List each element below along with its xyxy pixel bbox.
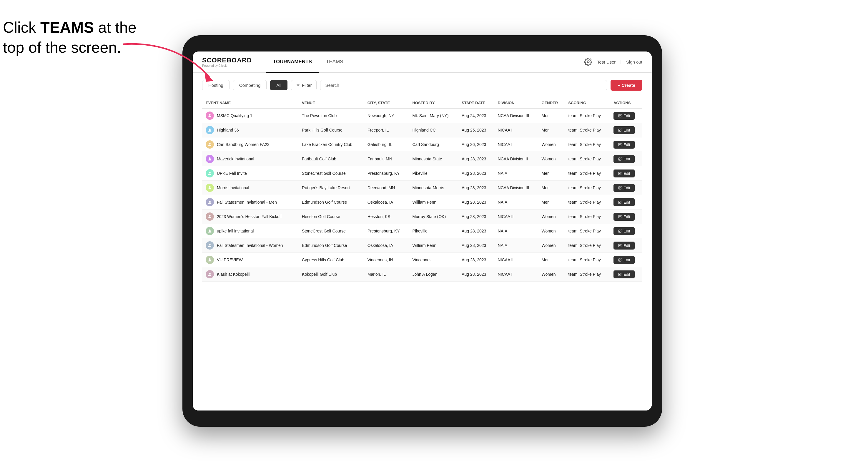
create-btn[interactable]: + Create [611, 80, 642, 91]
cell-scoring: team, Stroke Play [565, 181, 610, 195]
svg-point-13 [209, 229, 210, 231]
cell-scoring: team, Stroke Play [565, 210, 610, 224]
signout-link[interactable]: Sign out [626, 59, 642, 64]
event-name-text: Fall Statesmen Invitational - Men [217, 200, 277, 205]
gear-icon[interactable] [584, 58, 592, 66]
cell-division: NICAA I [494, 267, 538, 282]
cell-gender: Men [538, 253, 565, 267]
cell-event-name: upike fall invitational [202, 224, 298, 238]
cell-hosted-by: Mt. Saint Mary (NY) [409, 108, 458, 123]
hosting-filter-btn[interactable]: Hosting [202, 80, 229, 90]
edit-button[interactable]: Edit [614, 256, 635, 264]
table-row: 2023 Women's Hesston Fall Kickoff Hessto… [202, 210, 642, 224]
edit-button[interactable]: Edit [614, 242, 635, 250]
cell-city: Marion, IL [364, 267, 409, 282]
cell-venue: Edmundson Golf Course [298, 238, 364, 253]
cell-scoring: team, Stroke Play [565, 108, 610, 123]
col-start-date: START DATE [458, 98, 494, 108]
cell-actions: Edit [610, 181, 642, 195]
cell-scoring: team, Stroke Play [565, 166, 610, 181]
cell-venue: Faribault Golf Club [298, 152, 364, 166]
svg-point-16 [209, 273, 210, 274]
edit-icon [618, 244, 622, 247]
svg-point-12 [209, 215, 210, 217]
event-name-text: Carl Sandburg Women FA23 [217, 142, 270, 147]
app-header: SCOREBOARD Powered by Clippit TOURNAMENT… [193, 52, 652, 73]
cell-scoring: team, Stroke Play [565, 267, 610, 282]
cell-event-name: Fall Statesmen Invitational - Men [202, 195, 298, 210]
cell-date: Aug 28, 2023 [458, 224, 494, 238]
cell-city: Deerwood, MN [364, 181, 409, 195]
table-row: Klash at Kokopelli Kokopelli Golf Club M… [202, 267, 642, 282]
cell-venue: Cypress Hills Golf Club [298, 253, 364, 267]
header-divider: | [620, 59, 621, 64]
svg-point-8 [209, 157, 210, 159]
svg-point-1 [587, 61, 589, 63]
edit-button[interactable]: Edit [614, 198, 635, 206]
edit-button[interactable]: Edit [614, 213, 635, 221]
event-name-text: Morris Invitational [217, 185, 249, 190]
team-icon [206, 256, 214, 264]
header-user: Test User [597, 59, 616, 64]
edit-button[interactable]: Edit [614, 141, 635, 149]
logo-area: SCOREBOARD Powered by Clippit [202, 57, 252, 67]
cell-hosted-by: Vincennes [409, 253, 458, 267]
edit-icon [618, 200, 622, 204]
col-gender: GENDER [538, 98, 565, 108]
table-row: Fall Statesmen Invitational - Men Edmund… [202, 195, 642, 210]
col-event-name: EVENT NAME [202, 98, 298, 108]
cell-event-name: Morris Invitational [202, 181, 298, 195]
table-row: Maverick Invitational Faribault Golf Clu… [202, 152, 642, 166]
app-content: Hosting Competing All Filter + Create [193, 73, 652, 410]
cell-actions: Edit [610, 253, 642, 267]
cell-gender: Women [538, 137, 565, 152]
cell-gender: Women [538, 238, 565, 253]
cell-city: Freeport, IL [364, 123, 409, 137]
edit-button[interactable]: Edit [614, 112, 635, 120]
cell-scoring: team, Stroke Play [565, 152, 610, 166]
cell-venue: Hesston Golf Course [298, 210, 364, 224]
cell-city: Oskaloosa, IA [364, 195, 409, 210]
table-scroll-container[interactable]: EVENT NAME VENUE CITY, STATE HOSTED BY S… [202, 98, 642, 403]
edit-icon [618, 128, 622, 132]
cell-event-name: Fall Statesmen Invitational - Women [202, 238, 298, 253]
edit-button[interactable]: Edit [614, 169, 635, 178]
edit-button[interactable]: Edit [614, 155, 635, 163]
cell-actions: Edit [610, 267, 642, 282]
edit-button[interactable]: Edit [614, 271, 635, 278]
table-row: Carl Sandburg Women FA23 Lake Bracken Co… [202, 137, 642, 152]
cell-date: Aug 28, 2023 [458, 210, 494, 224]
edit-button[interactable]: Edit [614, 126, 635, 134]
all-filter-btn[interactable]: All [270, 80, 287, 90]
event-name-text: 2023 Women's Hesston Fall Kickoff [217, 214, 282, 219]
event-name-text: Fall Statesmen Invitational - Women [217, 243, 283, 248]
cell-gender: Women [538, 152, 565, 166]
cell-gender: Women [538, 224, 565, 238]
cell-date: Aug 25, 2023 [458, 123, 494, 137]
edit-icon [618, 143, 622, 146]
table-row: Fall Statesmen Invitational - Women Edmu… [202, 238, 642, 253]
cell-venue: Ruttger's Bay Lake Resort [298, 181, 364, 195]
tab-teams[interactable]: TEAMS [319, 52, 350, 73]
search-input[interactable] [320, 80, 607, 90]
cell-division: NICAA I [494, 137, 538, 152]
cell-actions: Edit [610, 224, 642, 238]
cell-gender: Women [538, 210, 565, 224]
cell-scoring: team, Stroke Play [565, 137, 610, 152]
filter-icon-btn[interactable]: Filter [291, 80, 317, 90]
cell-division: NCAA Division III [494, 108, 538, 123]
table-row: UPKE Fall Invite StoneCrest Golf Course … [202, 166, 642, 181]
edit-button[interactable]: Edit [614, 227, 635, 235]
competing-filter-btn[interactable]: Competing [233, 80, 267, 90]
table-row: Highland 36 Park Hills Golf Course Freep… [202, 123, 642, 137]
cell-hosted-by: John A Logan [409, 267, 458, 282]
cell-city: Vincennes, IN [364, 253, 409, 267]
edit-icon [618, 172, 622, 175]
event-name-text: Highland 36 [217, 128, 239, 132]
cell-date: Aug 28, 2023 [458, 267, 494, 282]
edit-button[interactable]: Edit [614, 184, 635, 192]
cell-hosted-by: Carl Sandburg [409, 137, 458, 152]
cell-venue: The Powelton Club [298, 108, 364, 123]
edit-icon [618, 229, 622, 233]
tab-tournaments[interactable]: TOURNAMENTS [266, 52, 319, 73]
